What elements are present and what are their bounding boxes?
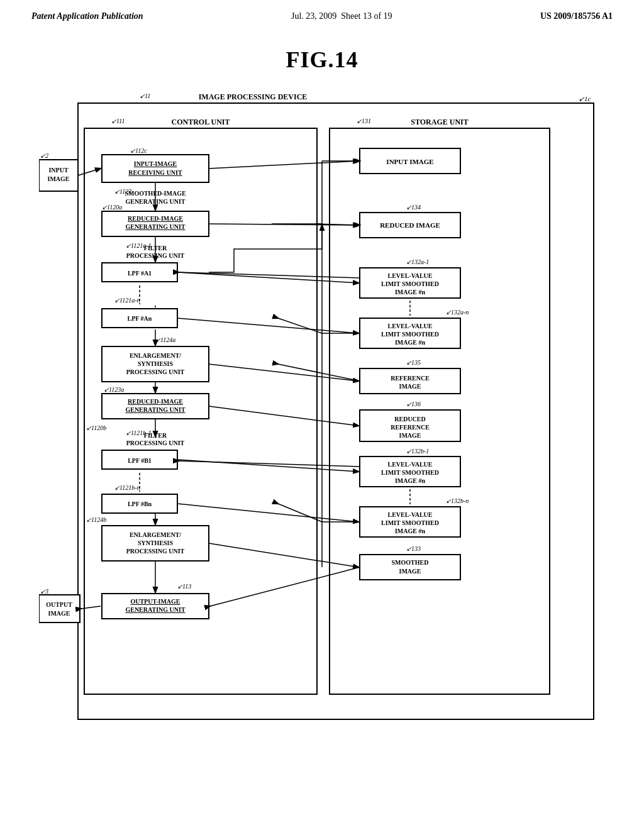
svg-text:LPF #A1: LPF #A1 xyxy=(128,270,152,277)
svg-text:LIMIT SMOOTHED: LIMIT SMOOTHED xyxy=(381,331,439,338)
svg-text:IMAGE PROCESSING DEVICE: IMAGE PROCESSING DEVICE xyxy=(199,92,308,101)
svg-text:IMAGE #n: IMAGE #n xyxy=(395,289,426,296)
svg-rect-10 xyxy=(39,160,78,191)
svg-text:LIMIT SMOOTHED: LIMIT SMOOTHED xyxy=(381,280,439,287)
svg-text:↙1124b: ↙1124b xyxy=(86,516,106,523)
svg-text:↙1121b-n: ↙1121b-n xyxy=(114,484,140,491)
svg-rect-66 xyxy=(360,148,460,174)
svg-text:PROCESSING UNIT: PROCESSING UNIT xyxy=(126,252,185,259)
svg-text:↙3: ↙3 xyxy=(40,588,48,595)
header-publication-type: Patent Application Publication xyxy=(31,11,143,21)
svg-rect-39 xyxy=(102,394,209,419)
svg-text:IMAGE: IMAGE xyxy=(399,568,421,575)
svg-line-112 xyxy=(179,272,360,278)
svg-rect-72 xyxy=(360,268,460,298)
svg-text:↙133: ↙133 xyxy=(406,545,421,552)
svg-text:↙1c: ↙1c xyxy=(579,95,591,102)
diagram-svg: ↙1c IMAGE PROCESSING DEVICE ↙11 CONTROL … xyxy=(39,86,605,777)
svg-text:↙1121a-1: ↙1121a-1 xyxy=(126,242,152,249)
svg-rect-63 xyxy=(39,595,80,622)
svg-text:RECEIVING UNIT: RECEIVING UNIT xyxy=(128,169,182,176)
figure-title: FIG.14 xyxy=(0,47,644,73)
svg-text:IMAGE #n: IMAGE #n xyxy=(395,339,426,346)
svg-text:REFERENCE: REFERENCE xyxy=(391,424,430,431)
diagram-container: ↙1c IMAGE PROCESSING DEVICE ↙11 CONTROL … xyxy=(39,86,605,777)
svg-text:↙1123a: ↙1123a xyxy=(104,386,124,393)
svg-text:GENERATING UNIT: GENERATING UNIT xyxy=(125,406,185,413)
svg-line-131 xyxy=(316,224,360,225)
svg-text:LEVEL-VALUE: LEVEL-VALUE xyxy=(388,511,433,518)
header-patent-number: US 2009/185756 A1 xyxy=(540,11,613,21)
svg-text:LPF #B1: LPF #B1 xyxy=(128,457,152,464)
svg-text:ENLARGEMENT/: ENLARGEMENT/ xyxy=(130,531,181,538)
svg-rect-78 xyxy=(360,318,460,348)
svg-text:CONTROL UNIT: CONTROL UNIT xyxy=(171,118,230,126)
svg-text:LEVEL-VALUE: LEVEL-VALUE xyxy=(388,461,433,468)
svg-text:↙131: ↙131 xyxy=(357,118,371,124)
svg-text:↙135: ↙135 xyxy=(406,359,421,366)
svg-rect-54 xyxy=(102,526,209,561)
svg-rect-103 xyxy=(360,555,460,580)
svg-line-111 xyxy=(177,272,358,283)
svg-text:↙1124a: ↙1124a xyxy=(155,336,175,343)
svg-text:↙111: ↙111 xyxy=(111,118,125,124)
svg-text:REDUCED: REDUCED xyxy=(394,416,425,423)
svg-text:INPUT: INPUT xyxy=(48,167,68,174)
svg-text:↙134: ↙134 xyxy=(406,204,421,211)
svg-rect-21 xyxy=(102,211,209,236)
header-date-sheet: Jul. 23, 2009 Sheet 13 of 19 xyxy=(291,11,392,21)
svg-text:↙1120a: ↙1120a xyxy=(102,204,122,211)
svg-text:PROCESSING UNIT: PROCESSING UNIT xyxy=(126,440,185,446)
svg-text:INPUT IMAGE: INPUT IMAGE xyxy=(386,158,433,165)
svg-text:OUTPUT: OUTPUT xyxy=(46,601,72,608)
svg-line-109 xyxy=(209,224,358,225)
svg-text:↙132a-n: ↙132a-n xyxy=(446,309,469,316)
svg-rect-35 xyxy=(102,346,209,382)
svg-text:REDUCED IMAGE: REDUCED IMAGE xyxy=(380,221,440,229)
svg-text:LEVEL-VALUE: LEVEL-VALUE xyxy=(388,272,433,279)
svg-rect-1 xyxy=(78,103,594,719)
svg-text:↙1121b-1: ↙1121b-1 xyxy=(126,429,152,436)
svg-text:LIMIT SMOOTHED: LIMIT SMOOTHED xyxy=(381,469,439,476)
svg-text:STORAGE UNIT: STORAGE UNIT xyxy=(411,118,468,126)
svg-rect-28 xyxy=(102,263,177,282)
svg-rect-51 xyxy=(102,494,177,513)
svg-rect-92 xyxy=(360,456,460,487)
svg-text:GENERATING UNIT: GENERATING UNIT xyxy=(125,223,185,230)
svg-text:↙1121a-n: ↙1121a-n xyxy=(114,297,140,304)
svg-text:GENERATING UNIT: GENERATING UNIT xyxy=(125,606,185,613)
svg-text:FILTER: FILTER xyxy=(144,432,167,439)
page-header: Patent Application Publication Jul. 23, … xyxy=(0,0,644,28)
svg-rect-32 xyxy=(102,309,177,328)
svg-text:LIMIT SMOOTHED: LIMIT SMOOTHED xyxy=(381,519,439,526)
svg-text:↙136: ↙136 xyxy=(406,401,421,407)
svg-rect-83 xyxy=(360,368,460,394)
svg-line-125 xyxy=(210,567,360,606)
svg-text:IMAGE: IMAGE xyxy=(48,610,70,617)
svg-line-116 xyxy=(209,364,358,381)
svg-line-113 xyxy=(177,318,358,333)
svg-line-124 xyxy=(209,543,358,567)
svg-rect-69 xyxy=(360,213,460,238)
svg-line-118 xyxy=(209,406,358,426)
svg-text:↙11: ↙11 xyxy=(140,92,150,99)
svg-text:↙2: ↙2 xyxy=(40,152,48,159)
svg-text:GENERATING UNIT: GENERATING UNIT xyxy=(125,198,185,205)
svg-line-122 xyxy=(177,504,358,522)
svg-line-120 xyxy=(177,460,358,472)
svg-text:INPUT-IMAGE: INPUT-IMAGE xyxy=(134,160,177,167)
svg-line-106 xyxy=(78,169,101,175)
svg-text:IMAGE: IMAGE xyxy=(399,383,421,390)
svg-text:↙113: ↙113 xyxy=(177,583,191,590)
svg-text:SMOOTHED-IMAGE: SMOOTHED-IMAGE xyxy=(125,190,186,197)
svg-line-107 xyxy=(209,161,358,169)
svg-rect-4 xyxy=(84,128,317,694)
svg-text:LPF #An: LPF #An xyxy=(128,315,152,322)
svg-text:IMAGE: IMAGE xyxy=(399,432,421,439)
svg-text:PROCESSING UNIT: PROCESSING UNIT xyxy=(126,548,185,555)
svg-line-133 xyxy=(278,318,322,333)
svg-text:IMAGE #n: IMAGE #n xyxy=(395,477,426,484)
svg-text:↙112c: ↙112c xyxy=(130,147,147,154)
svg-line-134 xyxy=(278,364,360,381)
svg-text:SMOOTHED: SMOOTHED xyxy=(392,559,429,566)
